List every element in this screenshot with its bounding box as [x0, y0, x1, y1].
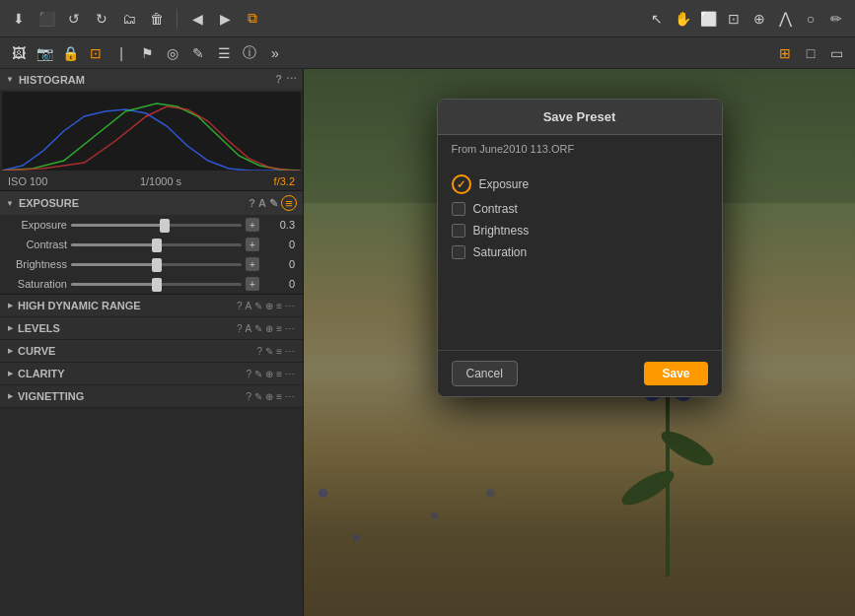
save-button[interactable]: Save: [644, 362, 707, 385]
histogram-title: HISTOGRAM: [19, 74, 275, 86]
brightness-slider-track[interactable]: [71, 263, 242, 266]
photo-area: Save Preset From June2010 113.ORF Exposu…: [304, 69, 855, 616]
rotate-right-icon[interactable]: ↻: [91, 8, 112, 30]
oval-icon[interactable]: ○: [800, 8, 821, 30]
saturation-plus-btn[interactable]: +: [246, 277, 259, 291]
levels-copy-icon[interactable]: ⊕: [265, 323, 273, 334]
vignetting-help-icon[interactable]: ?: [247, 391, 252, 402]
vignetting-more-icon[interactable]: ⋯: [285, 391, 295, 402]
clarity-more-icon[interactable]: ⋯: [285, 369, 295, 379]
vignetting-copy-icon[interactable]: ⊕: [265, 391, 273, 402]
crop3-icon[interactable]: |: [110, 42, 132, 64]
hdr-label: HIGH DYNAMIC RANGE: [18, 300, 237, 311]
camera-icon[interactable]: ⬛: [36, 8, 57, 30]
rotate-left-icon[interactable]: ↺: [63, 8, 85, 30]
clarity-edit-icon[interactable]: ✎: [254, 369, 262, 379]
histogram-menu-icon[interactable]: ⋯: [286, 73, 297, 86]
levels-auto-icon[interactable]: A: [245, 323, 251, 334]
trash-icon[interactable]: 🗑: [146, 8, 168, 30]
saturation-slider-track[interactable]: [71, 283, 242, 286]
exposure-edit-icon[interactable]: ✎: [269, 197, 278, 210]
vignetting-triangle: ▶: [8, 392, 13, 400]
info-icon[interactable]: ⓘ: [239, 42, 260, 64]
vignetting-section-row[interactable]: ▶ VIGNETTING ? ✎ ⊕ ≡ ⋯: [0, 385, 303, 408]
more-icon[interactable]: »: [264, 42, 286, 64]
clarity-menu-icon[interactable]: ≡: [276, 369, 282, 379]
hdr-edit-icon[interactable]: ✎: [254, 301, 262, 311]
contrast-slider-track[interactable]: [71, 243, 242, 246]
checkbox-row-saturation: Saturation: [452, 241, 708, 263]
levels-section-row[interactable]: ▶ LEVELS ? A ✎ ⊕ ≡ ⋯: [0, 317, 303, 340]
vignetting-label: VIGNETTING: [18, 390, 247, 402]
hdr-icons: ? A ✎ ⊕ ≡ ⋯: [237, 301, 295, 311]
levels-help-icon[interactable]: ?: [237, 323, 243, 334]
crop2-icon[interactable]: ⊡: [85, 42, 107, 64]
hdr-more-icon[interactable]: ⋯: [285, 301, 295, 311]
hdr-menu-icon[interactable]: ≡: [276, 301, 282, 311]
transform-icon[interactable]: ⊕: [748, 8, 770, 30]
modal-title: Save Preset: [438, 100, 722, 135]
clarity-section-row[interactable]: ▶ CLARITY ? ✎ ⊕ ≡ ⋯: [0, 363, 303, 385]
hdr-auto-icon[interactable]: A: [245, 301, 251, 311]
checkbox-contrast[interactable]: [452, 202, 465, 216]
single-view-icon[interactable]: □: [800, 42, 821, 64]
pen-icon[interactable]: ✏: [825, 8, 847, 30]
contrast-plus-btn[interactable]: +: [246, 238, 259, 251]
cursor-tool-icon[interactable]: ↖: [646, 8, 668, 30]
exposure-auto-icon[interactable]: A: [258, 197, 266, 209]
grid-view-icon[interactable]: ⊞: [774, 42, 796, 64]
iso-value: ISO 100: [8, 175, 47, 187]
layers-icon[interactable]: ⧉: [242, 8, 263, 30]
checkbox-saturation-label: Saturation: [473, 245, 528, 259]
photo-icon[interactable]: 🖼: [8, 42, 30, 64]
exposure-plus-btn[interactable]: +: [246, 218, 259, 232]
brightness-plus-btn[interactable]: +: [246, 257, 259, 271]
aperture-value: f/3.2: [274, 175, 295, 187]
exposure-header[interactable]: ▼ EXPOSURE ? A ✎ ≡: [0, 191, 303, 215]
cancel-button[interactable]: Cancel: [452, 361, 518, 386]
flag-icon[interactable]: ⚑: [136, 42, 158, 64]
curve-menu-icon[interactable]: ≡: [276, 346, 282, 357]
hdr-section-row[interactable]: ▶ HIGH DYNAMIC RANGE ? A ✎ ⊕ ≡ ⋯: [0, 295, 303, 317]
exposure-menu-active-icon[interactable]: ≡: [281, 195, 297, 211]
vignetting-menu-icon[interactable]: ≡: [276, 391, 282, 402]
list-icon[interactable]: ☰: [213, 42, 235, 64]
clarity-copy-icon[interactable]: ⊕: [265, 369, 273, 379]
exposure-slider-track[interactable]: [71, 224, 242, 227]
hdr-help-icon[interactable]: ?: [237, 301, 243, 311]
save-preset-modal: Save Preset From June2010 113.ORF Exposu…: [437, 99, 723, 397]
vignetting-edit-icon[interactable]: ✎: [254, 391, 262, 402]
exposure-help-icon[interactable]: ?: [249, 197, 255, 209]
levels-menu-icon[interactable]: ≡: [276, 323, 282, 334]
rect-select-icon[interactable]: ⬜: [697, 8, 719, 30]
clarity-help-icon[interactable]: ?: [247, 369, 252, 379]
circle-icon[interactable]: ◎: [162, 42, 183, 64]
measure-icon[interactable]: ⋀: [774, 8, 796, 30]
pen2-icon[interactable]: ✎: [187, 42, 209, 64]
download-icon[interactable]: ⬇: [8, 8, 30, 30]
curve-more-icon[interactable]: ⋯: [285, 346, 295, 357]
compare-view-icon[interactable]: ▭: [825, 42, 847, 64]
checkbox-exposure[interactable]: [452, 174, 471, 194]
folder-icon[interactable]: 🗂: [118, 8, 140, 30]
checkbox-row-contrast: Contrast: [452, 198, 708, 220]
camera2-icon[interactable]: 📷: [34, 42, 55, 64]
histogram-header[interactable]: ▼ HISTOGRAM ? ⋯: [0, 69, 303, 90]
curve-edit-icon[interactable]: ✎: [265, 346, 273, 357]
back-icon[interactable]: ◀: [186, 8, 208, 30]
checkbox-saturation[interactable]: [452, 245, 465, 259]
histogram-info: ISO 100 1/1000 s f/3.2: [0, 172, 303, 190]
lock-icon[interactable]: 🔒: [59, 42, 81, 64]
crop-tool-icon[interactable]: ⊡: [723, 8, 745, 30]
checkbox-brightness[interactable]: [452, 224, 465, 238]
curve-help-icon[interactable]: ?: [257, 346, 263, 357]
photo-background: Save Preset From June2010 113.ORF Exposu…: [304, 69, 855, 616]
hand-tool-icon[interactable]: ✋: [672, 8, 693, 30]
levels-edit-icon[interactable]: ✎: [254, 323, 262, 334]
forward-icon[interactable]: ▶: [214, 8, 236, 30]
clarity-label: CLARITY: [18, 368, 247, 379]
curve-section-row[interactable]: ▶ CURVE ? ✎ ≡ ⋯: [0, 340, 303, 363]
levels-more-icon[interactable]: ⋯: [285, 323, 295, 334]
hdr-copy-icon[interactable]: ⊕: [265, 301, 273, 311]
histogram-help-icon[interactable]: ?: [275, 73, 282, 86]
